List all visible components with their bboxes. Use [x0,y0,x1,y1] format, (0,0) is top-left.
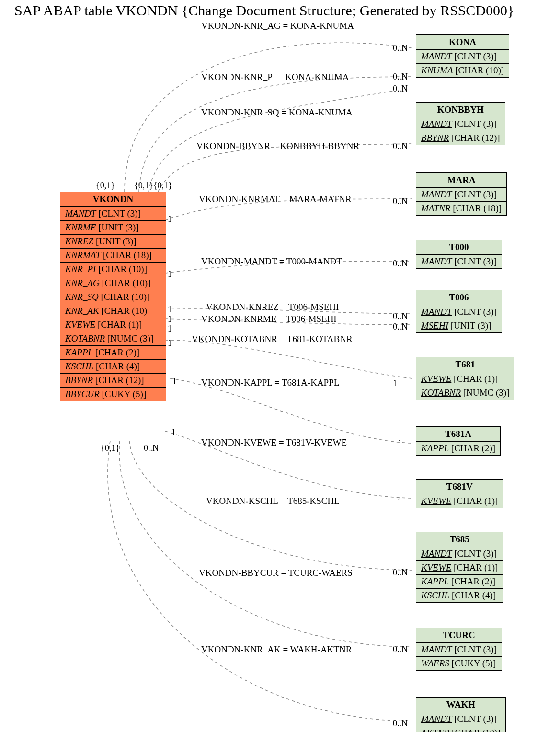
relation-label: VKONDN-MANDT = T000-MANDT [201,256,342,267]
field-row: MANDT [CLNT (3)] [416,117,505,131]
cardinality-right: 0..N [393,84,408,94]
entity-header: TCURC [416,628,502,643]
cardinality-right: 0..N [393,141,408,151]
field-row: MANDT [CLNT (3)] [60,207,166,221]
field-row: KNRMAT [CHAR (18)] [60,249,166,263]
cardinality-left: {0,1} [96,181,115,191]
relation-label: VKONDN-KNR_AG = KONA-KNUMA [201,21,354,31]
relation-label: VKONDN-KAPPL = T681A-KAPPL [201,377,339,388]
field-row: MANDT [CLNT (3)] [416,188,506,202]
cardinality-right: 1 [398,438,402,448]
cardinality-left: 1 [168,314,172,324]
entity-kona: KONAMANDT [CLNT (3)]KNUMA [CHAR (10)] [416,34,509,78]
cardinality-left: 1 [168,305,172,315]
cardinality-right: 0..N [393,322,408,332]
field-row: KAPPL [CHAR (2)] [60,346,166,360]
cardinality-right: 0..N [393,43,408,53]
field-row: KNR_AK [CHAR (10)] [60,304,166,318]
cardinality-left: 1 [172,377,177,387]
relation-label: VKONDN-KOTABNR = T681-KOTABNR [192,334,353,344]
cardinality-right: 0..N [393,568,408,578]
entity-konbbyh: KONBBYHMANDT [CLNT (3)]BBYNR [CHAR (12)] [416,102,505,145]
field-row: KVEWE [CHAR (1)] [416,372,514,386]
relation-label: VKONDN-KNR_SQ = KONA-KNUMA [201,107,353,118]
field-row: WAERS [CUKY (5)] [416,657,502,670]
field-row: MATNR [CHAR (18)] [416,202,506,215]
entity-t681a: T681AKAPPL [CHAR (2)] [416,426,501,456]
cardinality-right: 0..N [393,719,408,729]
field-row: KNRME [UNIT (3)] [60,221,166,235]
field-row: MANDT [CLNT (3)] [416,643,502,657]
entity-header: T681 [416,357,514,372]
relation-label: VKONDN-KNRME = T006-MSEHI [201,314,337,324]
cardinality-left: {0,1} [101,443,120,453]
cardinality-right: 0..N [393,72,408,82]
field-row: KNR_SQ [CHAR (10)] [60,290,166,304]
field-row: KOTABNR [NUMC (3)] [60,332,166,346]
entity-mara: MARAMANDT [CLNT (3)]MATNR [CHAR (18)] [416,172,507,216]
field-row: MSEHI [UNIT (3)] [416,319,502,332]
cardinality-left: 1 [168,324,172,334]
cardinality-right: 1 [398,497,402,507]
field-row: BBYNR [CHAR (12)] [416,131,505,145]
entity-t685: T685MANDT [CLNT (3)]KVEWE [CHAR (1)]KAPP… [416,532,503,603]
entity-header: WAKH [416,698,505,712]
field-row: KNR_AG [CHAR (10)] [60,276,166,290]
relation-label: VKONDN-KNR_AK = WAKH-AKTNR [201,644,352,655]
entity-t681v: T681VKVEWE [CHAR (1)] [416,479,503,508]
relation-label: VKONDN-BBYCUR = TCURC-WAERS [199,568,353,578]
entity-header: T681A [416,427,500,442]
relation-label: VKONDN-KNRMAT = MARA-MATNR [199,194,352,205]
entity-header: T685 [416,532,503,547]
field-row: KNUMA [CHAR (10)] [416,64,509,77]
cardinality-left: {0,1}{0,1} [134,181,172,191]
field-row: AKTNR [CHAR (10)] [416,726,505,732]
cardinality-right: 0..N [393,259,408,269]
cardinality-right: 0..N [393,196,408,206]
relation-label: VKONDN-KVEWE = T681V-KVEWE [201,437,347,448]
cardinality-right: 0..N [393,311,408,321]
relation-label: VKONDN-KSCHL = T685-KSCHL [206,496,340,506]
field-row: KVEWE [CHAR (1)] [60,318,166,332]
field-row: KVEWE [CHAR (1)] [416,561,503,575]
field-row: KNR_PI [CHAR (10)] [60,263,166,276]
entity-t006: T006MANDT [CLNT (3)]MSEHI [UNIT (3)] [416,290,502,333]
entity-vkondn: VKONDN MANDT [CLNT (3)]KNRME [UNIT (3)]K… [60,192,166,401]
field-row: MANDT [CLNT (3)] [416,547,503,561]
field-row: KAPPL [CHAR (2)] [416,575,503,589]
field-row: MANDT [CLNT (3)] [416,50,509,64]
cardinality-right: 0..N [393,644,408,654]
relation-label: VKONDN-KNR_PI = KONA-KNUMA [201,72,349,82]
field-row: KSCHL [CHAR (4)] [60,360,166,374]
cardinality-left: 1 [168,269,172,279]
cardinality-left: 1 [168,338,172,348]
field-row: KOTABNR [NUMC (3)] [416,386,514,400]
entity-tcurc: TCURCMANDT [CLNT (3)]WAERS [CUKY (5)] [416,628,502,671]
field-row: KAPPL [CHAR (2)] [416,442,500,455]
entity-header: VKONDN [60,192,166,207]
relation-label: VKONDN-KNREZ = T006-MSEHI [206,302,339,312]
field-row: MANDT [CLNT (3)] [416,712,505,726]
cardinality-right: 1 [393,378,397,389]
field-row: KNREZ [UNIT (3)] [60,235,166,249]
diagram-title: SAP ABAP table VKONDN {Change Document S… [14,2,514,19]
cardinality-left: 1 [168,214,172,224]
entity-header: KONBBYH [416,103,505,117]
field-row: BBYNR [CHAR (12)] [60,374,166,388]
field-row: KSCHL [CHAR (4)] [416,589,503,602]
cardinality-left: 1 [171,427,176,437]
entity-t681: T681KVEWE [CHAR (1)]KOTABNR [NUMC (3)] [416,357,514,400]
field-row: KVEWE [CHAR (1)] [416,494,503,508]
entity-header: MARA [416,173,506,188]
entity-header: KONA [416,35,509,50]
relation-label: VKONDN-BBYNR = KONBBYH-BBYNR [196,141,359,151]
entity-header: T006 [416,290,502,305]
field-row: MANDT [CLNT (3)] [416,255,502,268]
field-row: BBYCUR [CUKY (5)] [60,388,166,401]
entity-t000: T000MANDT [CLNT (3)] [416,240,502,269]
entity-wakh: WAKHMANDT [CLNT (3)]AKTNR [CHAR (10)] [416,697,506,732]
entity-header: T000 [416,240,502,255]
entity-header: T681V [416,480,503,494]
cardinality-left: 0..N [144,443,159,453]
field-row: MANDT [CLNT (3)] [416,305,502,319]
